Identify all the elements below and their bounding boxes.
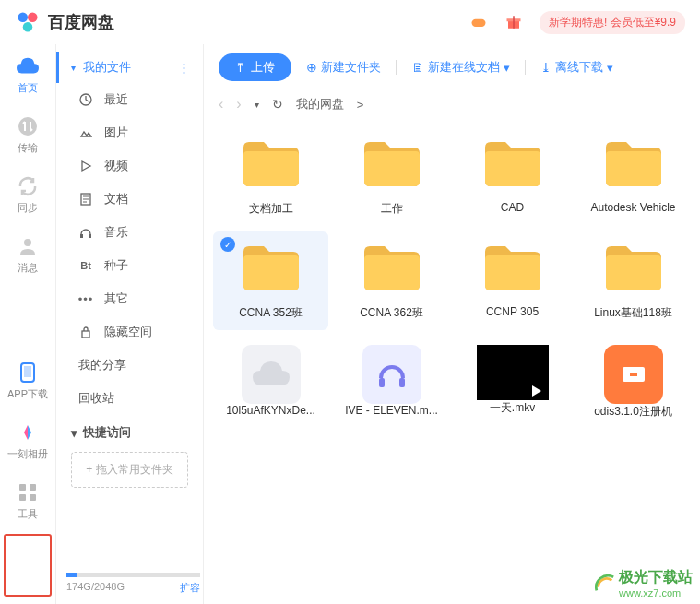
storage-expand-link[interactable]: 扩容	[180, 581, 200, 595]
file-name: 工作	[381, 201, 403, 217]
folder-icon	[480, 241, 546, 296]
cloud-icon	[17, 55, 39, 77]
file-item[interactable]: CAD	[455, 127, 570, 226]
image-icon	[78, 125, 93, 140]
svg-point-2	[23, 22, 33, 32]
history-dropdown[interactable]: ▾	[255, 100, 259, 110]
play-icon	[78, 159, 93, 173]
sidebar-my-files[interactable]: ▾我的文件 ⋮	[56, 52, 203, 83]
folder-icon	[600, 136, 667, 192]
svg-rect-19	[82, 331, 89, 338]
baidu-netdisk-logo-icon	[15, 9, 41, 35]
sidebar-my-share[interactable]: 我的分享	[56, 349, 203, 382]
sidebar-category-bt[interactable]: Bt种子	[56, 249, 203, 282]
doc-icon	[78, 192, 93, 207]
gift-icon[interactable]	[504, 13, 523, 31]
cloud-file-icon	[242, 345, 301, 404]
quick-access-header: ▾ 快捷访问	[56, 415, 203, 448]
nav-messages[interactable]: 消息	[0, 235, 55, 275]
check-icon: ✓	[220, 237, 235, 252]
breadcrumb-root[interactable]: 我的网盘	[296, 96, 344, 113]
video-thumbnail	[477, 345, 549, 400]
sidebar-category-lock[interactable]: 隐藏空间	[56, 315, 203, 349]
file-name: 一天.mkv	[490, 400, 535, 416]
offline-download-button[interactable]: ⤓离线下载 ▾	[540, 59, 613, 76]
file-item[interactable]: Linux基础118班	[575, 231, 691, 330]
sidebar-category-doc[interactable]: 文档	[56, 183, 203, 216]
refresh-button[interactable]: ↻	[272, 97, 283, 112]
sidebar-recycle[interactable]: 回收站	[56, 382, 203, 415]
file-item[interactable]: IVE - ELEVEN.m...	[334, 336, 449, 429]
chevron-down-icon: ▾	[607, 61, 613, 75]
file-grid: 文档加工工作CADAutodesk Vehicle✓CCNA 352班CCNA …	[204, 118, 700, 604]
file-item[interactable]: 文档加工	[213, 127, 328, 226]
svg-point-0	[18, 13, 29, 23]
new-online-doc-button[interactable]: 🗎新建在线文档 ▾	[411, 59, 510, 76]
nav-sync[interactable]: 同步	[0, 175, 55, 215]
breadcrumb-separator: >	[357, 98, 364, 112]
file-item[interactable]: odis3.1.0注册机	[575, 336, 691, 429]
file-item[interactable]: ✓CCNA 352班	[213, 231, 328, 330]
nav-album[interactable]: 一刻相册	[0, 421, 55, 461]
more-vertical-icon[interactable]: ⋮	[178, 61, 188, 75]
play-icon	[532, 385, 541, 397]
folder-icon	[238, 241, 304, 296]
sidebar-category-image[interactable]: 图片	[56, 116, 203, 149]
separator	[396, 60, 397, 75]
file-name: CAD	[501, 201, 524, 214]
gamepad-icon[interactable]	[469, 13, 488, 31]
file-item[interactable]: CCNA 362班	[334, 231, 449, 330]
file-name: CCNA 362班	[360, 305, 423, 321]
file-name: IVE - ELEVEN.m...	[345, 404, 438, 417]
svg-point-1	[28, 13, 38, 23]
headphone-icon	[78, 225, 93, 240]
storage-text: 174G/2048G	[66, 581, 125, 595]
back-button[interactable]: ‹	[219, 96, 223, 113]
app-icon	[604, 345, 663, 404]
file-item[interactable]: Autodesk Vehicle	[575, 127, 691, 226]
sync-icon	[17, 175, 39, 197]
svg-point-8	[24, 239, 31, 246]
quick-access-dropzone[interactable]: + 拖入常用文件夹	[71, 452, 188, 488]
phone-icon	[17, 361, 39, 384]
promo-badge[interactable]: 新学期特惠! 会员低至¥9.9	[540, 11, 685, 34]
file-item[interactable]: 10l5uAfKYNxDe...	[213, 336, 328, 429]
sidebar-category-play[interactable]: 视频	[56, 149, 203, 183]
file-item[interactable]: CCNP 305	[455, 231, 570, 330]
upload-button[interactable]: ⤒ 上传	[219, 53, 291, 81]
folder-icon	[359, 241, 425, 296]
folder-icon	[238, 136, 304, 192]
sidebar-category-clock[interactable]: 最近	[56, 83, 203, 116]
toolbar: ⤒ 上传 ⊕新建文件夹 🗎新建在线文档 ▾ ⤓离线下载 ▾	[204, 44, 700, 90]
nav-rail: 首页 传输 同步 消息 APP下载 一刻相册 工具	[0, 44, 55, 604]
sidebar-category-more[interactable]: •••其它	[56, 282, 203, 315]
clock-icon	[78, 92, 93, 107]
user-icon	[17, 235, 39, 257]
folder-icon	[480, 136, 546, 192]
file-name: 文档加工	[249, 201, 293, 217]
download-icon: ⤓	[540, 60, 552, 75]
logo-area: 百度网盘	[15, 9, 114, 35]
nav-transfer[interactable]: 传输	[0, 115, 55, 155]
breadcrumb-bar: ‹ › ▾ ↻ 我的网盘 >	[204, 90, 700, 118]
file-name: odis3.1.0注册机	[594, 404, 672, 420]
nav-home[interactable]: 首页	[0, 55, 55, 95]
file-name: 10l5uAfKYNxDe...	[226, 404, 315, 417]
music-file-icon	[362, 345, 421, 404]
watermark-icon	[595, 574, 615, 594]
sidebar-category-headphone[interactable]: 音乐	[56, 216, 203, 249]
file-name: Autodesk Vehicle	[590, 201, 675, 214]
nav-app-download[interactable]: APP下载	[0, 361, 55, 401]
svg-rect-17	[80, 234, 83, 238]
app-title: 百度网盘	[48, 11, 114, 33]
nav-tools[interactable]: 工具	[0, 481, 55, 521]
svg-rect-20	[379, 378, 385, 387]
file-item[interactable]: 工作	[334, 127, 449, 226]
svg-rect-18	[89, 234, 91, 238]
svg-rect-23	[630, 373, 637, 376]
chevron-down-icon: ▾	[71, 63, 76, 73]
new-folder-button[interactable]: ⊕新建文件夹	[306, 59, 381, 76]
forward-button[interactable]: ›	[236, 96, 241, 113]
file-name: CCNP 305	[486, 305, 539, 318]
file-item[interactable]: 一天.mkv	[455, 336, 570, 429]
